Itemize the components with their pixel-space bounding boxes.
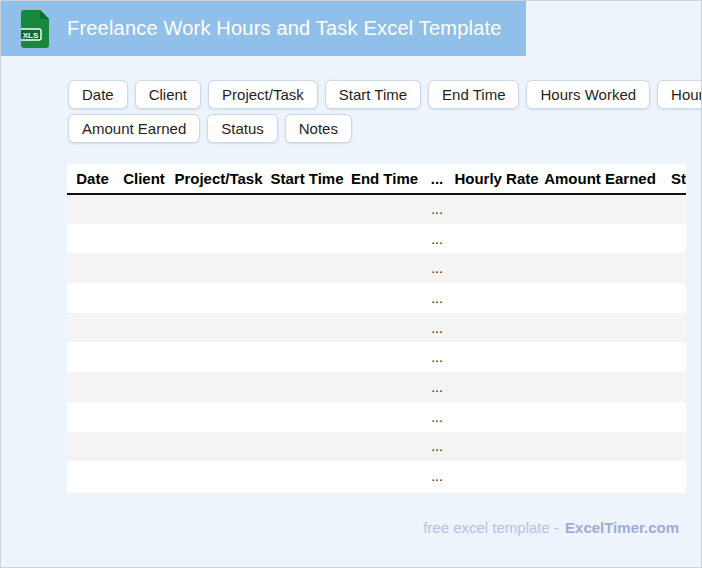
empty-cell: [267, 283, 347, 313]
empty-cell: [170, 402, 267, 432]
empty-cell: [347, 253, 422, 283]
xls-badge-label: XLS: [23, 30, 39, 39]
row-ellipsis-cell: ...: [422, 283, 452, 313]
empty-cell: [170, 224, 267, 254]
empty-cell: [659, 402, 686, 432]
empty-cell: [118, 313, 170, 343]
chip-hourly-rate[interactable]: Hourly Rate: [657, 80, 702, 109]
empty-cell: [170, 313, 267, 343]
empty-cell: [118, 253, 170, 283]
chip-hours-worked[interactable]: Hours Worked: [526, 80, 650, 109]
empty-cell: [118, 194, 170, 224]
empty-cell: [452, 402, 541, 432]
empty-cell: [67, 432, 118, 462]
column-header-hourly-rate: Hourly Rate: [452, 164, 541, 194]
chip-amount-earned[interactable]: Amount Earned: [68, 114, 200, 143]
empty-cell: [452, 194, 541, 224]
empty-cell: [118, 372, 170, 402]
table-row: ...: [67, 253, 686, 283]
empty-cell: [347, 372, 422, 402]
chip-notes[interactable]: Notes: [285, 114, 352, 143]
empty-cell: [118, 461, 170, 491]
empty-cell: [118, 283, 170, 313]
column-header-status: Status: [659, 164, 686, 194]
chip-client[interactable]: Client: [135, 80, 201, 109]
chip-status[interactable]: Status: [207, 114, 278, 143]
row-ellipsis-cell: ...: [422, 372, 452, 402]
empty-cell: [67, 194, 118, 224]
table-row: ...: [67, 372, 686, 402]
chip-start-time[interactable]: Start Time: [325, 80, 421, 109]
page-title: Freelance Work Hours and Task Excel Temp…: [67, 17, 502, 40]
empty-cell: [267, 461, 347, 491]
empty-cell: [170, 253, 267, 283]
empty-cell: [67, 372, 118, 402]
empty-cell: [659, 461, 686, 491]
row-ellipsis-cell: ...: [422, 194, 452, 224]
column-chips: DateClientProject/TaskStart TimeEnd Time…: [68, 80, 702, 143]
table-row: ...: [67, 402, 686, 432]
empty-cell: [452, 372, 541, 402]
empty-cell: [541, 342, 659, 372]
chips-row-2: Amount EarnedStatusNotes: [68, 114, 702, 143]
empty-cell: [541, 372, 659, 402]
empty-cell: [541, 432, 659, 462]
empty-cell: [347, 402, 422, 432]
empty-cell: [347, 313, 422, 343]
empty-cell: [541, 313, 659, 343]
chip-project-task[interactable]: Project/Task: [208, 80, 318, 109]
empty-cell: [452, 342, 541, 372]
chip-end-time[interactable]: End Time: [428, 80, 519, 109]
empty-cell: [67, 402, 118, 432]
empty-cell: [347, 283, 422, 313]
empty-cell: [267, 372, 347, 402]
empty-cell: [541, 402, 659, 432]
empty-cell: [347, 224, 422, 254]
empty-cell: [452, 461, 541, 491]
empty-cell: [659, 253, 686, 283]
empty-cell: [67, 253, 118, 283]
empty-cell: [267, 432, 347, 462]
empty-cell: [541, 461, 659, 491]
header-bar: XLS Freelance Work Hours and Task Excel …: [1, 1, 526, 56]
table-row: ...: [67, 194, 686, 224]
row-ellipsis-cell: ...: [422, 432, 452, 462]
row-ellipsis-cell: ...: [422, 224, 452, 254]
empty-cell: [267, 402, 347, 432]
column-header-end-time: End Time: [347, 164, 422, 194]
empty-cell: [170, 372, 267, 402]
empty-cell: [347, 432, 422, 462]
column-header-project-task: Project/Task: [170, 164, 267, 194]
footer-brand-link[interactable]: ExcelTimer.com: [565, 519, 679, 536]
table-body: ..............................: [67, 194, 686, 491]
empty-cell: [170, 194, 267, 224]
chip-date[interactable]: Date: [68, 80, 128, 109]
empty-cell: [541, 253, 659, 283]
footer: free excel template - ExcelTimer.com: [423, 519, 679, 536]
empty-cell: [267, 313, 347, 343]
empty-cell: [267, 224, 347, 254]
empty-cell: [67, 283, 118, 313]
template-preview-table: DateClientProject/TaskStart TimeEnd Time…: [67, 164, 686, 493]
table-row: ...: [67, 224, 686, 254]
empty-cell: [659, 224, 686, 254]
empty-cell: [659, 342, 686, 372]
empty-cell: [452, 224, 541, 254]
empty-cell: [541, 224, 659, 254]
empty-cell: [267, 194, 347, 224]
table-header-row: DateClientProject/TaskStart TimeEnd Time…: [67, 164, 686, 194]
empty-cell: [118, 432, 170, 462]
empty-cell: [267, 342, 347, 372]
row-ellipsis-cell: ...: [422, 253, 452, 283]
row-ellipsis-cell: ...: [422, 402, 452, 432]
empty-cell: [659, 283, 686, 313]
empty-cell: [659, 194, 686, 224]
empty-cell: [347, 461, 422, 491]
empty-cell: [67, 313, 118, 343]
row-ellipsis-cell: ...: [422, 461, 452, 491]
empty-cell: [659, 432, 686, 462]
empty-cell: [541, 283, 659, 313]
empty-cell: [67, 342, 118, 372]
table-row: ...: [67, 283, 686, 313]
empty-cell: [541, 194, 659, 224]
